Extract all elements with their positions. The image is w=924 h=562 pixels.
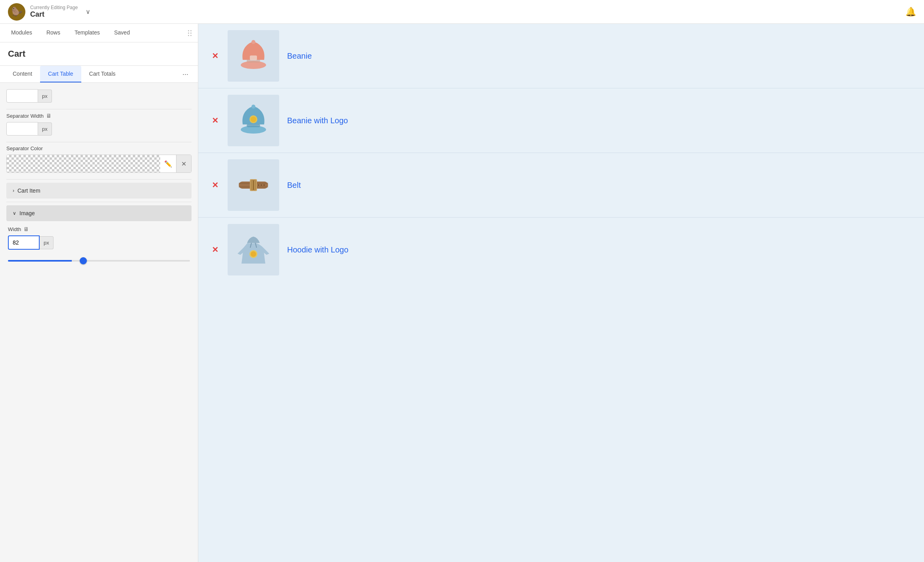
image-width-unit: px <box>40 236 54 249</box>
separator-width-unit: px <box>38 122 52 136</box>
belt-name: Belt <box>287 181 912 190</box>
image-width-input-row: px <box>8 235 190 250</box>
monitor-icon-width: 🖥 <box>23 226 29 232</box>
separator-width-input-row: px <box>6 122 192 136</box>
cart-title-text: Cart <box>8 49 25 59</box>
sub-tab-cart-table[interactable]: Cart Table <box>40 66 81 82</box>
tab-templates[interactable]: Templates <box>68 24 106 42</box>
svg-point-7 <box>251 117 256 122</box>
svg-point-3 <box>251 40 255 44</box>
remove-beanie-button[interactable]: ✕ <box>210 52 220 60</box>
beanie-image <box>228 30 279 82</box>
sub-tab-more-button[interactable]: ··· <box>178 67 193 82</box>
tab-modules[interactable]: Modules <box>5 24 38 42</box>
main-layout: Modules Rows Templates Saved Cart Conten… <box>0 24 924 562</box>
color-clear-button[interactable]: ✕ <box>176 155 191 172</box>
color-checker-bg[interactable] <box>7 155 160 172</box>
monitor-icon-sep-width: 🖥 <box>46 113 52 119</box>
beanie-name: Beanie <box>287 52 912 61</box>
image-width-input[interactable] <box>8 235 40 250</box>
separator-color-label: Separator Color <box>6 145 192 151</box>
svg-rect-5 <box>247 124 260 127</box>
tab-drag-handle <box>186 27 193 39</box>
top-tab-bar: Modules Rows Templates Saved <box>0 24 198 42</box>
svg-point-17 <box>263 184 265 186</box>
image-accordion-content: Width 🖥 px <box>6 221 192 268</box>
panel-scroll-area: px Separator Width 🖥 px <box>0 83 198 562</box>
page-title-header: Cart <box>30 10 78 19</box>
image-width-slider-container <box>8 256 190 263</box>
top-header: 🦫 Currently Editing Page Cart ∨ 🔔 <box>0 0 924 24</box>
svg-rect-2 <box>250 55 257 60</box>
cart-item-row: ✕ <box>198 218 924 282</box>
eyedropper-button[interactable]: ✏️ <box>160 160 176 168</box>
divider-3 <box>6 179 192 180</box>
beanie-logo-name: Beanie with Logo <box>287 116 912 125</box>
cart-item-label: Cart Item <box>17 187 40 194</box>
cart-item-accordion: › Cart Item <box>6 183 192 199</box>
panel-content: px Separator Width 🖥 px <box>0 83 198 276</box>
bell-icon[interactable]: 🔔 <box>905 7 916 17</box>
hoodie-logo-name: Hoodie with Logo <box>287 245 912 254</box>
separator-width-label: Separator Width 🖥 <box>6 113 192 119</box>
header-left: 🦫 Currently Editing Page Cart ∨ <box>8 3 90 21</box>
tab-rows[interactable]: Rows <box>40 24 67 42</box>
beanie-logo-image <box>228 95 279 146</box>
image-width-slider[interactable] <box>8 260 190 262</box>
separator-width-partial: px <box>6 89 192 103</box>
image-accordion-header[interactable]: ∨ Image <box>6 205 192 221</box>
cart-item-row: ✕ <box>198 153 924 218</box>
svg-point-15 <box>258 184 259 186</box>
image-width-label: Width 🖥 <box>8 226 190 232</box>
image-width-group: Width 🖥 px <box>8 226 190 250</box>
svg-point-16 <box>261 184 262 186</box>
header-title-group: Currently Editing Page Cart <box>30 5 78 19</box>
image-label: Image <box>19 210 35 216</box>
editing-label: Currently Editing Page <box>30 5 78 10</box>
separator-width-partial-row: px <box>6 89 192 103</box>
separator-width-partial-input[interactable] <box>6 89 38 103</box>
separator-color-group: Separator Color ✏️ ✕ <box>6 145 192 173</box>
divider-4 <box>6 202 192 202</box>
image-accordion: ∨ Image Width 🖥 px <box>6 205 192 268</box>
separator-width-group: Separator Width 🖥 px <box>6 113 192 136</box>
cart-items-list: ✕ Beanie ✕ <box>198 24 924 282</box>
sub-tab-cart-totals[interactable]: Cart Totals <box>81 66 124 82</box>
separator-color-input-row: ✏️ ✕ <box>6 155 192 173</box>
cart-title-bar: Cart <box>0 42 198 66</box>
separator-width-partial-unit: px <box>38 90 52 103</box>
separator-width-input[interactable] <box>6 122 38 136</box>
header-chevron-icon[interactable]: ∨ <box>86 8 90 15</box>
divider-1 <box>6 109 192 109</box>
chevron-down-icon: ∨ <box>13 210 16 216</box>
remove-hoodie-button[interactable]: ✕ <box>210 246 220 254</box>
svg-point-19 <box>251 251 256 257</box>
left-panel: Modules Rows Templates Saved Cart Conten… <box>0 24 198 562</box>
remove-beanie-logo-button[interactable]: ✕ <box>210 117 220 124</box>
remove-belt-button[interactable]: ✕ <box>210 181 220 189</box>
sub-tab-bar: Content Cart Table Cart Totals ··· <box>0 66 198 83</box>
tab-saved[interactable]: Saved <box>108 24 136 42</box>
sub-tab-content[interactable]: Content <box>5 66 40 82</box>
divider-2 <box>6 142 192 142</box>
right-panel: ✕ Beanie ✕ <box>198 24 924 562</box>
cart-item-row: ✕ Beanie with Logo <box>198 88 924 153</box>
cart-item-row: ✕ Beanie <box>198 24 924 88</box>
svg-point-8 <box>251 105 255 109</box>
hoodie-image <box>228 224 279 275</box>
belt-image <box>228 159 279 211</box>
chevron-right-icon: › <box>13 188 14 193</box>
cart-item-accordion-header[interactable]: › Cart Item <box>6 183 192 199</box>
logo-avatar: 🦫 <box>8 3 25 21</box>
